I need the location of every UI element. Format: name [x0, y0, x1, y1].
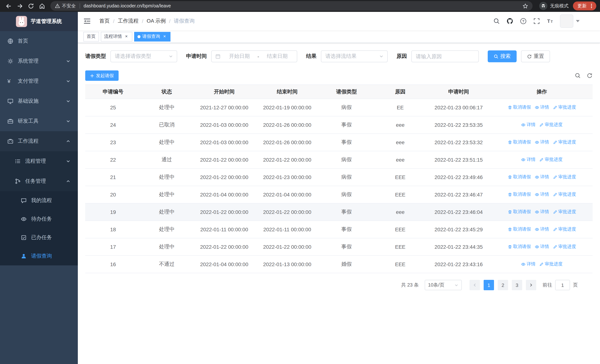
- row-actions-cell: 取消请假详情审批进度: [491, 99, 593, 116]
- sidebar-item-infrastructure[interactable]: 基础设施: [0, 91, 78, 111]
- branch-icon: [15, 178, 21, 184]
- cancel-leave-link[interactable]: 取消请假: [507, 226, 531, 233]
- close-icon[interactable]: ×: [162, 34, 167, 39]
- cancel-leave-link[interactable]: 取消请假: [507, 104, 531, 111]
- sidebar-item-system[interactable]: 系统管理: [0, 51, 78, 71]
- approval-progress-link[interactable]: 审批进度: [553, 244, 576, 250]
- trash-icon: [507, 175, 512, 179]
- browser-refresh-icon[interactable]: [26, 1, 36, 11]
- sidebar-item-workflow[interactable]: 工作流程: [0, 131, 78, 151]
- detail-link[interactable]: 详情: [534, 104, 549, 111]
- refresh-table-icon[interactable]: [587, 73, 593, 79]
- search-button[interactable]: 搜索: [488, 50, 517, 62]
- cancel-leave-link[interactable]: 取消请假: [507, 209, 531, 215]
- approval-progress-link[interactable]: 审批进度: [539, 157, 562, 163]
- prev-page-button[interactable]: [469, 280, 480, 290]
- approval-progress-link[interactable]: 审批进度: [553, 174, 576, 180]
- chevron-down-icon: [66, 159, 70, 163]
- table-cell: 19: [85, 203, 141, 221]
- breadcrumb-item[interactable]: OA 示例: [147, 18, 166, 24]
- address-bar[interactable]: 不安全 dashboard.yudao.iocoder.cn/bpm/oa/le…: [50, 1, 533, 11]
- table-cell: 病假: [319, 99, 374, 116]
- page-button-2[interactable]: 2: [498, 280, 508, 290]
- sidebar-item-done-tasks[interactable]: 已办任务: [0, 228, 78, 247]
- font-size-icon[interactable]: TT: [547, 18, 553, 24]
- close-icon[interactable]: ×: [124, 34, 129, 39]
- sidebar-item-devtools[interactable]: 研发工具: [0, 111, 78, 131]
- cancel-leave-link[interactable]: 取消请假: [507, 191, 531, 198]
- detail-link[interactable]: 详情: [534, 244, 549, 250]
- table-cell: 病假: [319, 186, 374, 203]
- reason-input[interactable]: [416, 53, 474, 59]
- detail-link[interactable]: 详情: [521, 261, 535, 267]
- table-row: 18处理中2022-01-11 00:00:002022-01-11 00:00…: [85, 221, 593, 238]
- trash-icon: [507, 192, 512, 197]
- page-button-3[interactable]: 3: [512, 280, 522, 290]
- detail-link[interactable]: 详情: [534, 209, 549, 215]
- breadcrumb-item[interactable]: 工作流程: [118, 18, 139, 24]
- sidebar-item-process-management[interactable]: 流程管理: [0, 151, 78, 171]
- tab-label: 首页: [87, 33, 96, 40]
- browser-back-icon[interactable]: [4, 1, 13, 11]
- approval-progress-link[interactable]: 审批进度: [539, 261, 562, 267]
- fullscreen-icon[interactable]: [533, 18, 540, 24]
- approval-progress-link[interactable]: 审批进度: [539, 122, 562, 128]
- col-actions: 操作: [491, 85, 593, 99]
- page-button-1[interactable]: 1: [484, 280, 494, 290]
- sidebar-item-todo-tasks[interactable]: 待办任务: [0, 210, 78, 228]
- row-actions-cell: 详情审批进度: [491, 116, 593, 134]
- goto-page-input[interactable]: [555, 280, 570, 290]
- breadcrumb-item[interactable]: 首页: [99, 18, 110, 24]
- tab-home[interactable]: 首页: [83, 32, 99, 41]
- table-cell: 2022-01-26 00:00:00: [256, 116, 319, 134]
- toggle-search-icon[interactable]: [575, 73, 581, 79]
- sidebar-item-leave-query[interactable]: 请假查询: [0, 247, 78, 265]
- table-cell: 事假: [319, 116, 374, 134]
- list-icon: [15, 158, 21, 164]
- help-icon[interactable]: ?: [520, 18, 527, 24]
- sidebar-item-my-process[interactable]: 我的流程: [0, 191, 78, 210]
- next-page-button[interactable]: [526, 280, 536, 290]
- approval-progress-link[interactable]: 审批进度: [553, 191, 576, 198]
- approval-progress-link[interactable]: 审批进度: [553, 209, 576, 215]
- leave-type-select[interactable]: 请选择请假类型: [111, 50, 177, 62]
- sidebar-item-task-management[interactable]: 任务管理: [0, 171, 78, 191]
- app-logo[interactable]: 芋道管理系统: [0, 12, 78, 31]
- create-leave-button[interactable]: 发起请假: [85, 70, 119, 81]
- edit-icon: [553, 140, 557, 145]
- reset-button[interactable]: 重置: [521, 50, 550, 62]
- search-icon[interactable]: [493, 18, 500, 24]
- browser-home-icon[interactable]: [37, 1, 47, 11]
- cancel-leave-link[interactable]: 取消请假: [507, 174, 531, 180]
- table-cell: 病假: [319, 151, 374, 168]
- table-cell: 事假: [319, 221, 374, 238]
- approval-progress-link[interactable]: 审批进度: [553, 104, 576, 111]
- detail-link[interactable]: 详情: [534, 226, 549, 233]
- approval-progress-link[interactable]: 审批进度: [553, 139, 576, 146]
- approval-progress-link[interactable]: 审批进度: [553, 226, 576, 233]
- cancel-leave-link[interactable]: 取消请假: [507, 244, 531, 250]
- tab-process-detail[interactable]: 流程详情 ×: [101, 32, 132, 41]
- apply-time-range-picker[interactable]: 开始日期 - 结束日期: [211, 50, 297, 62]
- sidebar-toggle-icon[interactable]: [78, 12, 96, 30]
- tab-leave-query[interactable]: 请假查询 ×: [134, 32, 170, 41]
- detail-link[interactable]: 详情: [534, 139, 549, 146]
- bookmark-star-icon[interactable]: [523, 3, 528, 9]
- sidebar-item-payment[interactable]: ¥ 支付管理: [0, 71, 78, 91]
- detail-link[interactable]: 详情: [534, 174, 549, 180]
- cancel-leave-link[interactable]: 取消请假: [507, 139, 531, 146]
- filter-apply-time: 申请时间 开始日期 - 结束日期: [186, 50, 297, 62]
- trash-icon: [507, 140, 512, 145]
- detail-link[interactable]: 详情: [521, 157, 535, 163]
- result-select[interactable]: 请选择流结果: [321, 50, 388, 62]
- site-security-chip[interactable]: 不安全: [55, 3, 76, 9]
- table-cell: 2022-01-22 23:53:32: [426, 134, 491, 151]
- sidebar-item-home[interactable]: 首页: [0, 31, 78, 51]
- browser-update-chip[interactable]: 更新: [573, 1, 596, 10]
- detail-link[interactable]: 详情: [534, 191, 549, 198]
- github-icon[interactable]: [506, 18, 513, 24]
- page-size-select[interactable]: 10条/页: [425, 280, 462, 290]
- user-menu[interactable]: [560, 14, 580, 28]
- browser-forward-icon[interactable]: [15, 1, 24, 11]
- detail-link[interactable]: 详情: [521, 122, 535, 128]
